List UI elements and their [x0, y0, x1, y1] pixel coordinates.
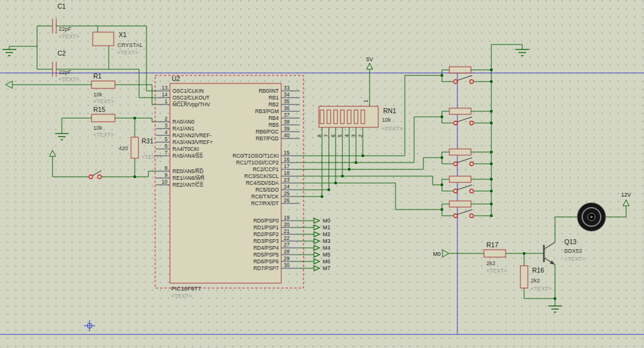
- u2-pin-name: RC7/RX/DT: [251, 200, 279, 206]
- u2-pin-number: 8: [164, 165, 167, 171]
- push-button-pair-1[interactable]: [449, 67, 473, 83]
- junction-dot: [355, 161, 357, 164]
- schematic-canvas[interactable]: 5V 12V M0 C1 22pF <TEXT> C2 22pF <TEXT> …: [0, 0, 644, 348]
- component-r15[interactable]: R15 10k <TEXT>: [91, 106, 115, 138]
- u2-pin-name: RB1: [268, 95, 279, 101]
- junction-dot: [490, 122, 493, 124]
- terminal-m0-input[interactable]: M0: [433, 250, 449, 257]
- component-r1[interactable]: R1 10k <TEXT>: [91, 72, 115, 104]
- wire-segment[interactable]: [491, 45, 522, 49]
- component-c2[interactable]: C2 22pF <TEXT>: [53, 49, 80, 82]
- junction-dot: [554, 297, 556, 300]
- junction-dot: [133, 117, 136, 119]
- wire-segment[interactable]: [300, 176, 442, 185]
- push-button-left[interactable]: [89, 171, 101, 179]
- u2-pin-name: RB3/PGM: [255, 108, 279, 114]
- m0-input-label[interactable]: M0: [433, 251, 441, 257]
- c1-value-label[interactable]: 22pF: [59, 26, 72, 32]
- r16-value-label[interactable]: 2k2: [531, 278, 540, 284]
- ground-symbol[interactable]: [515, 49, 529, 56]
- junction-dot: [490, 214, 493, 217]
- q13-ref-label[interactable]: Q13: [564, 238, 577, 245]
- wire-segment[interactable]: [9, 46, 37, 49]
- terminal-power-12v[interactable]: 12V: [621, 192, 631, 206]
- component-r31[interactable]: R31 420 <TEXT>: [119, 137, 163, 160]
- junction-dot: [490, 69, 493, 71]
- r15-value-label[interactable]: 10k: [93, 125, 103, 131]
- output-label: M1: [323, 224, 331, 231]
- rn1-pin-number: 4: [344, 134, 350, 137]
- left-arrow-icon: [6, 81, 12, 88]
- respack-body: [319, 106, 378, 127]
- u2-pin-name: RA4/T0CKI: [172, 146, 199, 152]
- r17-ref-label[interactable]: R17: [486, 241, 498, 248]
- power-12v-label[interactable]: 12V: [621, 192, 631, 198]
- u2-pin-number: 38: [284, 119, 290, 125]
- output-arrow-icon[interactable]: [314, 259, 320, 264]
- ground-symbol[interactable]: [548, 306, 562, 312]
- output-label: M0: [323, 218, 331, 224]
- ground-symbol[interactable]: [55, 134, 69, 140]
- wire-segment[interactable]: [62, 118, 91, 134]
- r31-value-label[interactable]: 420: [119, 145, 128, 151]
- u2-pin-number: 39: [284, 125, 290, 132]
- up-arrow-icon: [49, 150, 56, 156]
- x1-value-label[interactable]: CRYSTAL: [117, 42, 143, 48]
- c1-ref-label[interactable]: C1: [57, 2, 66, 10]
- u2-pin-name: RB0/INT: [258, 88, 279, 94]
- rn1-value-label[interactable]: 10k: [382, 117, 391, 123]
- wire-segment[interactable]: [300, 158, 442, 169]
- component-motor[interactable]: [577, 203, 606, 231]
- crystal-body: [93, 32, 114, 46]
- q13-value-label[interactable]: BDX53: [564, 248, 582, 254]
- terminal-power-button[interactable]: [49, 150, 56, 156]
- ground-symbol[interactable]: [2, 49, 16, 56]
- wire-segment[interactable]: [53, 156, 88, 177]
- terminal-power-5v[interactable]: 5V: [366, 56, 373, 69]
- u2-pin-number: 14: [162, 91, 168, 98]
- r1-ref-label[interactable]: R1: [93, 72, 102, 80]
- r15-ref-label[interactable]: R15: [93, 106, 105, 113]
- output-arrow-icon[interactable]: [314, 239, 320, 244]
- junction-dot: [441, 184, 443, 186]
- u2-pin-number: 28: [284, 248, 290, 255]
- terminal-input-left[interactable]: [6, 81, 12, 88]
- c2-value-label[interactable]: 22pF: [59, 69, 72, 75]
- junction-dot: [490, 110, 493, 112]
- push-button-pair-4[interactable]: [449, 176, 473, 193]
- u2-pin-name: RC5/SDO: [255, 187, 279, 193]
- component-x1-crystal[interactable]: X1 CRYSTAL <TEXT>: [93, 31, 143, 56]
- r1-value-label[interactable]: 10k: [93, 91, 103, 98]
- push-button-pair-3[interactable]: [449, 149, 473, 166]
- component-r16[interactable]: R16 2k2 <TEXT>: [520, 266, 552, 292]
- output-arrow-icon[interactable]: [314, 218, 320, 223]
- wire-layer[interactable]: [9, 26, 626, 306]
- c2-ref-label[interactable]: C2: [57, 49, 66, 57]
- component-q13-transistor[interactable]: Q13 BDX53 <TEXT>: [544, 238, 585, 265]
- push-button-pair-2[interactable]: [449, 108, 473, 125]
- button-contact: [454, 80, 457, 83]
- component-c1[interactable]: C1 22pF <TEXT>: [53, 2, 80, 40]
- wire-segment[interactable]: [135, 171, 156, 177]
- push-button-pair-5[interactable]: [449, 201, 473, 218]
- power-5v-label[interactable]: 5V: [366, 56, 373, 62]
- output-arrow-icon[interactable]: [314, 225, 320, 230]
- u2-pin-number: 36: [284, 105, 290, 111]
- r17-value-label[interactable]: 2k2: [486, 260, 496, 266]
- r16-ref-label[interactable]: R16: [532, 266, 544, 274]
- r31-ref-label[interactable]: R31: [142, 137, 153, 145]
- r31-text-placeholder: <TEXT>: [142, 154, 163, 160]
- wire-segment[interactable]: [606, 206, 626, 217]
- output-arrow-icon[interactable]: [314, 266, 320, 271]
- u2-ref-label[interactable]: U2: [172, 75, 180, 82]
- output-arrow-icon[interactable]: [314, 245, 320, 250]
- rn1-ref-label[interactable]: RN1: [383, 107, 396, 114]
- up-arrow-icon: [366, 63, 373, 69]
- component-r17[interactable]: R17 2k2 <TEXT>: [484, 241, 507, 274]
- output-arrow-icon[interactable]: [314, 232, 320, 237]
- output-arrow-icon[interactable]: [314, 252, 320, 257]
- x1-ref-label[interactable]: X1: [119, 31, 127, 38]
- wire-segment[interactable]: [115, 85, 156, 104]
- u2-pin-number: 3: [164, 122, 167, 129]
- junction-dot: [441, 116, 443, 118]
